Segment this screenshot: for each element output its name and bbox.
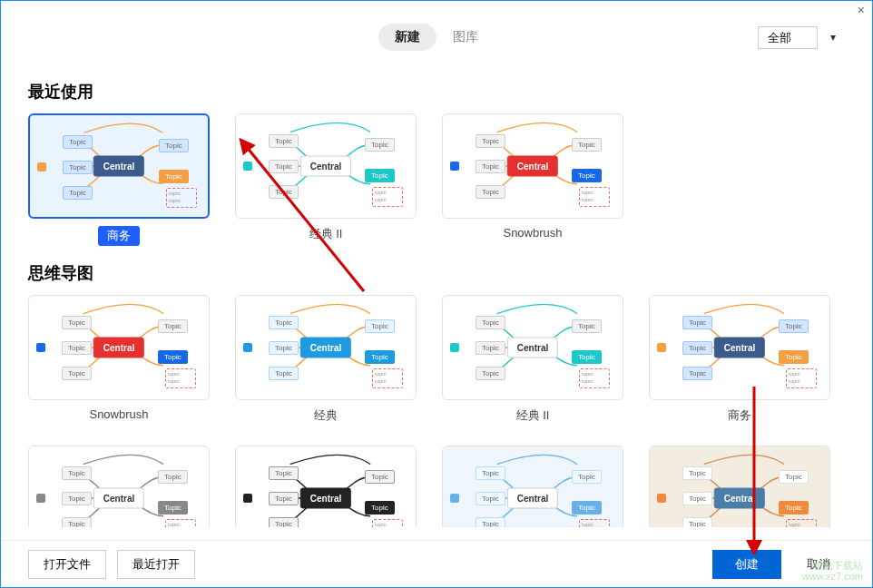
close-icon[interactable]: × bbox=[858, 3, 865, 17]
template-card[interactable]: Topic Topic Topic Topic Topic topictopic… bbox=[28, 295, 210, 400]
footer: 打开文件 最近打开 创建 取消 bbox=[1, 540, 872, 587]
header: 新建 图库 全部 bbox=[1, 19, 872, 55]
template-card[interactable]: Topic Topic Topic Topic Topic topictopic… bbox=[649, 295, 830, 400]
template-card-wrap: Topic Topic Topic Topic Topic topictopic… bbox=[649, 295, 830, 424]
create-button[interactable]: 创建 bbox=[712, 550, 781, 579]
template-card-wrap: Topic Topic Topic Topic Topic topictopic… bbox=[442, 295, 623, 424]
template-card-label: 商务 bbox=[728, 407, 751, 424]
template-card-wrap: Topic Topic Topic Topic Topic topictopic… bbox=[442, 446, 623, 527]
template-card[interactable]: Topic Topic Topic Topic Topic topictopic… bbox=[28, 113, 210, 219]
template-card-label: Snowbrush bbox=[503, 226, 562, 240]
template-card[interactable]: Topic Topic Topic Topic Topic topictopic… bbox=[235, 113, 417, 219]
template-card[interactable]: Topic Topic Topic Topic Topic topictopic… bbox=[28, 446, 210, 527]
template-card-label: 商务 bbox=[98, 226, 140, 246]
template-card-wrap: Topic Topic Topic Topic Topic topictopic… bbox=[28, 295, 210, 424]
section-title-recent: 最近使用 bbox=[28, 81, 845, 103]
tab-new[interactable]: 新建 bbox=[378, 24, 436, 51]
template-card[interactable]: Topic Topic Topic Topic Topic topictopic… bbox=[442, 446, 623, 527]
template-card-wrap: Topic Topic Topic Topic Topic topictopic… bbox=[28, 446, 210, 527]
template-card[interactable]: Topic Topic Topic Topic Topic topictopic… bbox=[649, 446, 830, 527]
template-card-label: 经典 II bbox=[309, 226, 343, 242]
template-card[interactable]: Topic Topic Topic Topic Topic topictopic… bbox=[235, 446, 417, 527]
template-card[interactable]: Topic Topic Topic Topic Topic topictopic… bbox=[442, 113, 623, 219]
section-title-mindmap: 思维导图 bbox=[28, 262, 845, 284]
title-bar: × bbox=[1, 1, 872, 19]
template-card-wrap: Topic Topic Topic Topic Topic topictopic… bbox=[649, 446, 830, 527]
template-card-label: 经典 II bbox=[516, 407, 550, 424]
filter-select[interactable]: 全部 bbox=[758, 26, 818, 49]
template-card-label: Snowbrush bbox=[89, 407, 148, 421]
template-card-wrap: Topic Topic Topic Topic Topic topictopic… bbox=[235, 295, 417, 424]
recent-open-button[interactable]: 最近打开 bbox=[117, 550, 195, 579]
mindmap-grid: Topic Topic Topic Topic Topic topictopic… bbox=[28, 295, 845, 527]
template-card[interactable]: Topic Topic Topic Topic Topic topictopic… bbox=[235, 295, 417, 400]
template-card-label: 经典 bbox=[314, 407, 338, 424]
tabs: 新建 图库 bbox=[378, 24, 495, 51]
template-card-wrap: Topic Topic Topic Topic Topic topictopic… bbox=[235, 113, 417, 246]
template-card-wrap: Topic Topic Topic Topic Topic topictopic… bbox=[28, 113, 210, 246]
template-card[interactable]: Topic Topic Topic Topic Topic topictopic… bbox=[442, 295, 623, 400]
tab-gallery[interactable]: 图库 bbox=[436, 24, 495, 51]
watermark: 极光下载站 www.xz7.com bbox=[802, 560, 863, 582]
open-file-button[interactable]: 打开文件 bbox=[28, 550, 106, 579]
recent-grid: Topic Topic Topic Topic Topic topictopic… bbox=[28, 113, 845, 246]
content-scroll[interactable]: 最近使用 Topic Topic Topic Topic Topic topic… bbox=[1, 55, 872, 527]
template-card-wrap: Topic Topic Topic Topic Topic topictopic… bbox=[235, 446, 417, 527]
template-card-wrap: Topic Topic Topic Topic Topic topictopic… bbox=[442, 113, 623, 246]
